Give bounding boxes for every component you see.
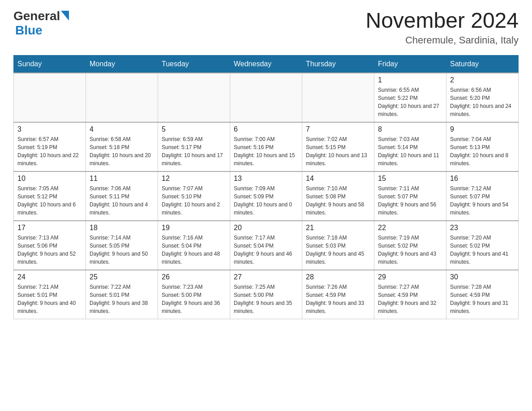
day-info: Sunrise: 7:21 AM Sunset: 5:01 PM Dayligh… xyxy=(17,283,82,315)
logo-blue-text: Blue xyxy=(15,23,43,37)
day-info: Sunrise: 7:23 AM Sunset: 5:00 PM Dayligh… xyxy=(162,283,226,315)
day-number: 4 xyxy=(90,125,154,133)
week-row-2: 3Sunrise: 6:57 AM Sunset: 5:19 PM Daylig… xyxy=(14,122,519,171)
calendar-cell: 22Sunrise: 7:19 AM Sunset: 5:02 PM Dayli… xyxy=(374,221,446,270)
day-info: Sunrise: 7:27 AM Sunset: 4:59 PM Dayligh… xyxy=(378,283,442,315)
day-number: 19 xyxy=(162,224,226,232)
day-info: Sunrise: 7:12 AM Sunset: 5:07 PM Dayligh… xyxy=(450,184,515,217)
calendar-cell: 7Sunrise: 7:02 AM Sunset: 5:15 PM Daylig… xyxy=(302,122,374,171)
svg-marker-0 xyxy=(61,11,69,21)
week-row-1: 1Sunrise: 6:55 AM Sunset: 5:22 PM Daylig… xyxy=(14,73,519,122)
day-info: Sunrise: 7:17 AM Sunset: 5:04 PM Dayligh… xyxy=(234,234,298,266)
page-header: General Blue November 2024 Cheremule, Sa… xyxy=(13,9,519,46)
day-info: Sunrise: 7:03 AM Sunset: 5:14 PM Dayligh… xyxy=(378,135,442,167)
day-number: 10 xyxy=(17,175,82,183)
day-number: 26 xyxy=(162,273,226,281)
calendar-cell xyxy=(230,73,302,122)
calendar-cell: 3Sunrise: 6:57 AM Sunset: 5:19 PM Daylig… xyxy=(14,122,86,171)
day-info: Sunrise: 7:19 AM Sunset: 5:02 PM Dayligh… xyxy=(378,234,442,266)
calendar-cell xyxy=(158,73,230,122)
calendar-cell xyxy=(302,73,374,122)
calendar-cell: 27Sunrise: 7:25 AM Sunset: 5:00 PM Dayli… xyxy=(230,270,302,319)
day-info: Sunrise: 7:04 AM Sunset: 5:13 PM Dayligh… xyxy=(450,135,515,167)
day-number: 18 xyxy=(90,224,154,232)
day-info: Sunrise: 7:09 AM Sunset: 5:09 PM Dayligh… xyxy=(234,184,298,217)
location-title: Cheremule, Sardinia, Italy xyxy=(365,34,519,46)
day-number: 24 xyxy=(17,273,82,281)
day-info: Sunrise: 7:00 AM Sunset: 5:16 PM Dayligh… xyxy=(234,135,298,167)
day-info: Sunrise: 7:13 AM Sunset: 5:06 PM Dayligh… xyxy=(17,234,82,266)
calendar-cell: 19Sunrise: 7:16 AM Sunset: 5:04 PM Dayli… xyxy=(158,221,230,270)
day-number: 23 xyxy=(450,224,515,232)
day-number: 27 xyxy=(234,273,298,281)
day-info: Sunrise: 7:10 AM Sunset: 5:08 PM Dayligh… xyxy=(306,184,370,217)
header-monday: Monday xyxy=(86,55,158,73)
day-info: Sunrise: 7:16 AM Sunset: 5:04 PM Dayligh… xyxy=(162,234,226,266)
calendar-cell: 4Sunrise: 6:58 AM Sunset: 5:18 PM Daylig… xyxy=(86,122,158,171)
day-info: Sunrise: 7:05 AM Sunset: 5:12 PM Dayligh… xyxy=(17,184,82,217)
month-title: November 2024 xyxy=(365,9,519,33)
day-number: 21 xyxy=(306,224,370,232)
day-number: 1 xyxy=(378,76,442,84)
day-number: 7 xyxy=(306,125,370,133)
day-info: Sunrise: 6:57 AM Sunset: 5:19 PM Dayligh… xyxy=(17,135,82,167)
calendar-cell: 23Sunrise: 7:20 AM Sunset: 5:02 PM Dayli… xyxy=(446,221,519,270)
calendar-cell: 12Sunrise: 7:07 AM Sunset: 5:10 PM Dayli… xyxy=(158,171,230,221)
calendar-cell: 14Sunrise: 7:10 AM Sunset: 5:08 PM Dayli… xyxy=(302,171,374,221)
calendar-cell: 26Sunrise: 7:23 AM Sunset: 5:00 PM Dayli… xyxy=(158,270,230,319)
day-number: 30 xyxy=(450,273,515,281)
header-thursday: Thursday xyxy=(302,55,374,73)
weekday-header-row: Sunday Monday Tuesday Wednesday Thursday… xyxy=(14,55,519,73)
day-info: Sunrise: 7:28 AM Sunset: 4:59 PM Dayligh… xyxy=(450,283,515,315)
title-section: November 2024 Cheremule, Sardinia, Italy xyxy=(365,9,519,46)
day-info: Sunrise: 7:25 AM Sunset: 5:00 PM Dayligh… xyxy=(234,283,298,315)
day-number: 22 xyxy=(378,224,442,232)
calendar-cell: 17Sunrise: 7:13 AM Sunset: 5:06 PM Dayli… xyxy=(14,221,86,270)
calendar-cell: 5Sunrise: 6:59 AM Sunset: 5:17 PM Daylig… xyxy=(158,122,230,171)
day-number: 11 xyxy=(90,175,154,183)
day-info: Sunrise: 7:07 AM Sunset: 5:10 PM Dayligh… xyxy=(162,184,226,217)
calendar-cell: 24Sunrise: 7:21 AM Sunset: 5:01 PM Dayli… xyxy=(14,270,86,319)
day-info: Sunrise: 7:11 AM Sunset: 5:07 PM Dayligh… xyxy=(378,184,442,217)
day-info: Sunrise: 7:20 AM Sunset: 5:02 PM Dayligh… xyxy=(450,234,515,266)
logo-arrow-icon xyxy=(61,11,69,21)
day-number: 5 xyxy=(162,125,226,133)
calendar-cell: 18Sunrise: 7:14 AM Sunset: 5:05 PM Dayli… xyxy=(86,221,158,270)
day-number: 20 xyxy=(234,224,298,232)
day-info: Sunrise: 7:14 AM Sunset: 5:05 PM Dayligh… xyxy=(90,234,154,266)
calendar-cell: 28Sunrise: 7:26 AM Sunset: 4:59 PM Dayli… xyxy=(302,270,374,319)
header-tuesday: Tuesday xyxy=(158,55,230,73)
calendar-cell: 16Sunrise: 7:12 AM Sunset: 5:07 PM Dayli… xyxy=(446,171,519,221)
logo-general-text: General xyxy=(13,9,60,23)
day-number: 12 xyxy=(162,175,226,183)
day-number: 2 xyxy=(450,76,515,84)
calendar-cell: 30Sunrise: 7:28 AM Sunset: 4:59 PM Dayli… xyxy=(446,270,519,319)
day-number: 9 xyxy=(450,125,515,133)
calendar-table: Sunday Monday Tuesday Wednesday Thursday… xyxy=(13,55,519,320)
day-info: Sunrise: 6:58 AM Sunset: 5:18 PM Dayligh… xyxy=(90,135,154,167)
logo: General Blue xyxy=(13,9,69,38)
calendar-cell: 25Sunrise: 7:22 AM Sunset: 5:01 PM Dayli… xyxy=(86,270,158,319)
week-row-5: 24Sunrise: 7:21 AM Sunset: 5:01 PM Dayli… xyxy=(14,270,519,319)
day-number: 6 xyxy=(234,125,298,133)
calendar-cell: 15Sunrise: 7:11 AM Sunset: 5:07 PM Dayli… xyxy=(374,171,446,221)
day-info: Sunrise: 7:06 AM Sunset: 5:11 PM Dayligh… xyxy=(90,184,154,217)
calendar-cell xyxy=(86,73,158,122)
header-saturday: Saturday xyxy=(446,55,519,73)
day-number: 13 xyxy=(234,175,298,183)
day-number: 15 xyxy=(378,175,442,183)
calendar-cell: 8Sunrise: 7:03 AM Sunset: 5:14 PM Daylig… xyxy=(374,122,446,171)
day-info: Sunrise: 6:55 AM Sunset: 5:22 PM Dayligh… xyxy=(378,86,442,118)
day-info: Sunrise: 6:59 AM Sunset: 5:17 PM Dayligh… xyxy=(162,135,226,167)
day-number: 25 xyxy=(90,273,154,281)
day-info: Sunrise: 7:02 AM Sunset: 5:15 PM Dayligh… xyxy=(306,135,370,167)
day-number: 14 xyxy=(306,175,370,183)
header-friday: Friday xyxy=(374,55,446,73)
day-info: Sunrise: 7:26 AM Sunset: 4:59 PM Dayligh… xyxy=(306,283,370,315)
calendar-cell: 10Sunrise: 7:05 AM Sunset: 5:12 PM Dayli… xyxy=(14,171,86,221)
day-info: Sunrise: 6:56 AM Sunset: 5:20 PM Dayligh… xyxy=(450,86,515,118)
header-sunday: Sunday xyxy=(14,55,86,73)
week-row-4: 17Sunrise: 7:13 AM Sunset: 5:06 PM Dayli… xyxy=(14,221,519,270)
calendar-cell: 20Sunrise: 7:17 AM Sunset: 5:04 PM Dayli… xyxy=(230,221,302,270)
day-number: 3 xyxy=(17,125,82,133)
